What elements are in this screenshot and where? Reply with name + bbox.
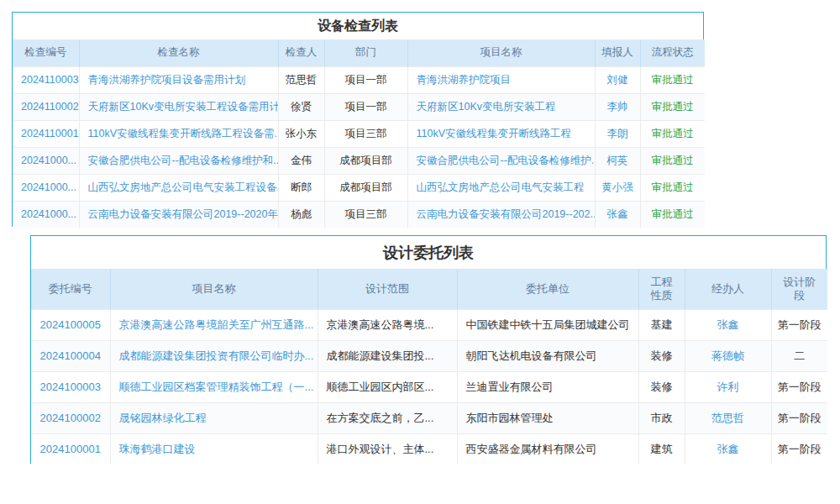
commission-id-link[interactable]: 2024100004	[31, 340, 110, 371]
project-name-link[interactable]: 珠海鹤港口建设	[110, 433, 318, 465]
commission-id-link[interactable]: 2024100001	[31, 433, 110, 465]
col-header-design-scope: 设计范围	[318, 269, 457, 309]
handler-link[interactable]: 范思哲	[685, 402, 771, 433]
project-name-link[interactable]: 山西弘文房地产总公司电气安装工程	[407, 174, 595, 201]
design-stage-text: 二	[771, 340, 827, 371]
inspector-name: 金伟	[278, 147, 324, 174]
project-type-text: 装修	[638, 371, 685, 402]
reporter-link[interactable]: 黄小强	[595, 174, 640, 201]
col-header-inspection-id: 检查编号	[13, 39, 79, 66]
department-name: 项目三部	[324, 201, 407, 228]
equipment-table-row: 2024110001 110kV安徽线程集变开断线路工程设备需... 张小东 项…	[13, 120, 705, 147]
col-header-project-name: 项目名称	[407, 39, 595, 66]
col-header-commission-id: 委托编号	[31, 269, 110, 309]
col-header-reporter: 填报人	[595, 39, 640, 66]
equipment-table-title: 设备检查列表	[13, 13, 703, 39]
design-scope-text: 港口外观设计、主体...	[318, 433, 457, 465]
inspector-name: 杨彪	[278, 201, 324, 228]
design-stage-text: 第一阶段	[771, 371, 827, 402]
status-badge: 审批通过	[640, 201, 705, 228]
reporter-link[interactable]: 李朗	[595, 120, 640, 147]
department-name: 项目一部	[324, 93, 407, 120]
status-badge: 审批通过	[640, 66, 705, 93]
handler-link[interactable]: 蒋德帧	[685, 340, 771, 371]
inspection-id-link[interactable]: 20241000...	[13, 174, 79, 201]
project-type-text: 装修	[638, 340, 685, 371]
client-unit-text: 兰迪置业有限公司	[457, 371, 638, 402]
inspection-name-link[interactable]: 山西弘文房地产总公司电气安装工程设备...	[79, 174, 278, 201]
project-name-link[interactable]: 110kV安徽线程集变开断线路工程	[407, 120, 595, 147]
equipment-table-row: 20241000... 安徽合肥供电公司--配电设备检修维护和... 金伟 成都…	[13, 147, 705, 174]
col-header-project-name: 项目名称	[110, 269, 318, 309]
design-table: 委托编号 项目名称 设计范围 委托单位 工程性质 经办人 设计阶段 202410…	[31, 269, 827, 465]
handler-link[interactable]: 张鑫	[685, 433, 771, 465]
status-badge: 审批通过	[640, 120, 705, 147]
commission-id-link[interactable]: 2024100005	[31, 309, 110, 340]
design-table-row: 2024100002 晟铭园林绿化工程 在方案交底之前，乙... 东阳市园林管理…	[31, 402, 827, 433]
design-scope-text: 在方案交底之前，乙...	[318, 402, 457, 433]
project-name-link[interactable]: 云南电力设备安装有限公司2019--202...	[407, 201, 595, 228]
design-table-row: 2024100001 珠海鹤港口建设 港口外观设计、主体... 西安盛器金属材料…	[31, 433, 827, 465]
design-stage-text: 第一阶段	[771, 402, 827, 433]
equipment-table-row: 20241000... 云南电力设备安装有限公司2019--2020年... 杨…	[13, 201, 705, 228]
equipment-table-row: 20241000... 山西弘文房地产总公司电气安装工程设备... 断郎 成都项…	[13, 174, 705, 201]
inspection-id-link[interactable]: 2024110001	[13, 120, 79, 147]
inspector-name: 张小东	[278, 120, 324, 147]
client-unit-text: 西安盛器金属材料有限公司	[457, 433, 638, 465]
inspector-name: 范思哲	[278, 66, 324, 93]
equipment-inspection-panel: 设备检查列表 检查编号 检查名称 检查人 部门 项目名称 填报人 流程状态 20…	[12, 12, 704, 227]
equipment-table-row: 2024110003 青海洪湖养护院项目设备需用计划 范思哲 项目一部 青海洪湖…	[13, 66, 705, 93]
inspection-name-link[interactable]: 110kV安徽线程集变开断线路工程设备需...	[79, 120, 278, 147]
reporter-link[interactable]: 刘健	[595, 66, 640, 93]
inspection-id-link[interactable]: 20241000...	[13, 201, 79, 228]
inspection-name-link[interactable]: 青海洪湖养护院项目设备需用计划	[79, 66, 278, 93]
project-type-text: 市政	[638, 402, 685, 433]
design-stage-text: 第一阶段	[771, 433, 827, 465]
handler-link[interactable]: 许利	[685, 371, 771, 402]
status-badge: 审批通过	[640, 174, 705, 201]
design-table-row: 2024100005 京港澳高速公路粤境韶关至广州互通路... 京港澳高速公路粤…	[31, 309, 827, 340]
project-name-link[interactable]: 安徽合肥供电公司--配电设备检修维护...	[407, 147, 595, 174]
equipment-table-row: 2024110002 天府新区10Kv变电所安装工程设备需用计划 徐贤 项目一部…	[13, 93, 705, 120]
design-scope-text: 成都能源建设集团投...	[318, 340, 457, 371]
design-table-row: 2024100003 顺德工业园区档案管理精装饰工程（一... 顺德工业园区内部…	[31, 371, 827, 402]
design-scope-text: 顺德工业园区内部区...	[318, 371, 457, 402]
client-unit-text: 朝阳飞达机电设备有限公司	[457, 340, 638, 371]
project-type-text: 建筑	[638, 433, 685, 465]
commission-id-link[interactable]: 2024100002	[31, 402, 110, 433]
inspection-name-link[interactable]: 云南电力设备安装有限公司2019--2020年...	[79, 201, 278, 228]
design-table-title: 设计委托列表	[31, 236, 826, 269]
department-name: 项目一部	[324, 66, 407, 93]
col-header-project-type: 工程性质	[638, 269, 685, 309]
handler-link[interactable]: 张鑫	[685, 309, 771, 340]
department-name: 项目三部	[324, 120, 407, 147]
inspector-name: 徐贤	[278, 93, 324, 120]
col-header-inspection-name: 检查名称	[79, 39, 278, 66]
equipment-table: 检查编号 检查名称 检查人 部门 项目名称 填报人 流程状态 202411000…	[13, 39, 705, 228]
design-scope-text: 京港澳高速公路粤境...	[318, 309, 457, 340]
inspection-id-link[interactable]: 20241000...	[13, 147, 79, 174]
reporter-link[interactable]: 柯英	[595, 147, 640, 174]
project-name-link[interactable]: 晟铭园林绿化工程	[110, 402, 318, 433]
inspector-name: 断郎	[278, 174, 324, 201]
department-name: 成都项目部	[324, 174, 407, 201]
department-name: 成都项目部	[324, 147, 407, 174]
project-name-link[interactable]: 京港澳高速公路粤境韶关至广州互通路...	[110, 309, 318, 340]
inspection-id-link[interactable]: 2024110003	[13, 66, 79, 93]
reporter-link[interactable]: 李帅	[595, 93, 640, 120]
project-name-link[interactable]: 天府新区10Kv变电所安装工程	[407, 93, 595, 120]
reporter-link[interactable]: 张鑫	[595, 201, 640, 228]
project-name-link[interactable]: 青海洪湖养护院项目	[407, 66, 595, 93]
equipment-header-row: 检查编号 检查名称 检查人 部门 项目名称 填报人 流程状态	[13, 39, 705, 66]
col-header-inspector: 检查人	[278, 39, 324, 66]
inspection-id-link[interactable]: 2024110002	[13, 93, 79, 120]
inspection-name-link[interactable]: 安徽合肥供电公司--配电设备检修维护和...	[79, 147, 278, 174]
project-name-link[interactable]: 成都能源建设集团投资有限公司临时办...	[110, 340, 318, 371]
project-name-link[interactable]: 顺德工业园区档案管理精装饰工程（一...	[110, 371, 318, 402]
design-table-row: 2024100004 成都能源建设集团投资有限公司临时办... 成都能源建设集团…	[31, 340, 827, 371]
commission-id-link[interactable]: 2024100003	[31, 371, 110, 402]
status-badge: 审批通过	[640, 147, 705, 174]
col-header-design-stage: 设计阶段	[771, 269, 827, 309]
inspection-name-link[interactable]: 天府新区10Kv变电所安装工程设备需用计划	[79, 93, 278, 120]
col-header-client-unit: 委托单位	[457, 269, 638, 309]
